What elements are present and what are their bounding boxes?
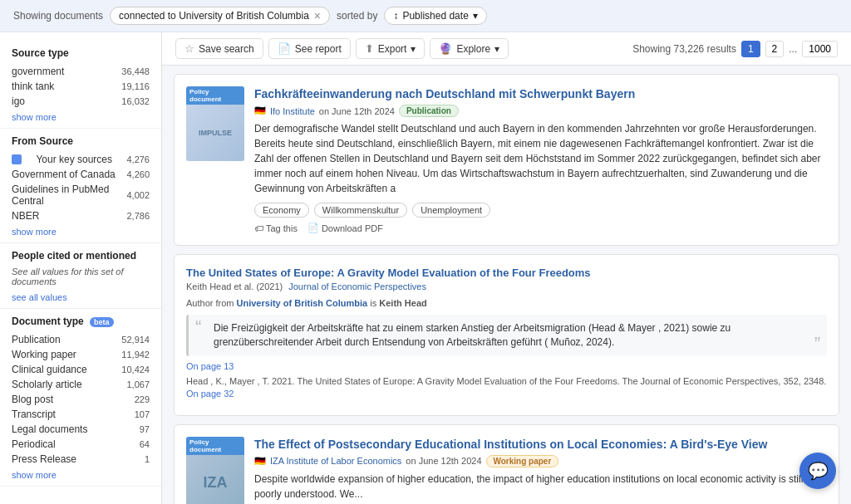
source-type-government-label[interactable]: government xyxy=(12,66,64,77)
date-1: on June 12th 2024 xyxy=(319,106,395,116)
doc-type-show-more[interactable]: show more xyxy=(12,470,57,480)
result-card-3: Policy document IZA The Effect of Postse… xyxy=(174,424,839,504)
from-source-pubmed-label[interactable]: Guidelines in PubMed Central xyxy=(12,183,126,207)
download-pdf-1[interactable]: 📄 Download PDF xyxy=(307,223,383,233)
page-last-button[interactable]: 1000 xyxy=(802,41,838,57)
doc-type-periodical[interactable]: Periodical 64 xyxy=(12,437,150,452)
thumb-image-1: IMPULSE xyxy=(186,105,244,161)
tag-economy[interactable]: Economy xyxy=(254,203,309,218)
from-source-pubmed-count: 4,002 xyxy=(126,190,150,200)
quote-block-2: Die Freizügigkeit der Arbeitskräfte hat … xyxy=(186,315,827,356)
page-ref-2b[interactable]: On page 32 xyxy=(186,389,827,399)
filter-chip-close[interactable]: × xyxy=(314,10,321,22)
result-main-3: The Effect of Postsecondary Educational … xyxy=(254,437,827,504)
sidebar-section-doc-type: Document type beta Publication 52,914 Wo… xyxy=(0,309,161,487)
source-1[interactable]: Ifo Institute xyxy=(270,106,315,116)
source-type-show-more[interactable]: show more xyxy=(12,112,57,122)
doc-type-title: Document type beta xyxy=(12,316,150,327)
save-search-button[interactable]: ☆ Save search xyxy=(175,38,263,59)
affil-uni-2: University of British Columbia xyxy=(237,298,368,308)
from-source-pubmed[interactable]: Guidelines in PubMed Central 4,002 xyxy=(12,182,150,208)
from-source-key-label[interactable]: Your key sources xyxy=(36,154,112,165)
explore-chevron: ▾ xyxy=(494,43,499,55)
sidebar-section-people: People cited or mentioned See all values… xyxy=(0,243,161,309)
explore-button[interactable]: 🔮 Explore ▾ xyxy=(430,38,509,59)
source-type-thinktank-count: 19,116 xyxy=(121,81,150,91)
tag-icon-1: 🏷 xyxy=(254,223,263,233)
toolbar: ☆ Save search 📄 See report ⬆ Export ▾ 🔮 … xyxy=(162,32,851,66)
thumb-doc-type-1: Policy document xyxy=(186,86,244,105)
from-source-nber[interactable]: NBER 2,786 xyxy=(12,208,150,223)
result-title-1[interactable]: Fachkräfteeinwanderung nach Deutschland … xyxy=(254,86,827,101)
explore-icon: 🔮 xyxy=(439,42,452,55)
result-title-3[interactable]: The Effect of Postsecondary Educational … xyxy=(254,437,827,452)
results-list: Policy document IMPULSE Fachkräfteeinwan… xyxy=(162,66,851,504)
sidebar-section-source-type: Source type government 36,448 think tank… xyxy=(0,41,161,129)
source-type-igo-label[interactable]: igo xyxy=(12,95,25,107)
chat-bubble[interactable]: 💬 xyxy=(799,453,836,489)
from-source-canada[interactable]: Government of Canada 4,260 xyxy=(12,167,150,182)
from-source-canada-label[interactable]: Government of Canada xyxy=(12,169,116,180)
page-2-button[interactable]: 2 xyxy=(765,41,785,57)
result-card-1: Policy document IMPULSE Fachkräfteeinwan… xyxy=(174,74,839,246)
sidebar-section-from-source: From Source Your key sources 4,276 Gover… xyxy=(0,129,161,243)
filter-chip-text: connected to University of British Colum… xyxy=(119,10,309,22)
tag-this-1[interactable]: 🏷 Tag this xyxy=(254,223,298,233)
export-icon: ⬆ xyxy=(365,42,374,55)
content-area: ☆ Save search 📄 See report ⬆ Export ▾ 🔮 … xyxy=(162,32,851,504)
top-bar: Showing documents connected to Universit… xyxy=(0,0,851,32)
from-source-show-more[interactable]: show more xyxy=(12,227,57,237)
from-source-nber-count: 2,786 xyxy=(126,211,150,221)
sorted-by-label: sorted by xyxy=(337,10,377,22)
source-3[interactable]: IZA Institute of Labor Economics xyxy=(270,456,401,466)
sort-option: Published date xyxy=(402,10,468,22)
source-type-thinktank-label[interactable]: think tank xyxy=(12,81,54,92)
see-report-button[interactable]: 📄 See report xyxy=(268,38,351,59)
citation-title-2[interactable]: The United States of Europe: A Gravity M… xyxy=(186,267,827,279)
affil-person-2: Keith Head xyxy=(379,298,426,308)
source-type-igo[interactable]: igo 16,032 xyxy=(12,94,150,109)
showing-info: Showing 73,226 results 1 2 ... 1000 xyxy=(632,41,838,57)
from-source-key-count: 4,276 xyxy=(126,154,150,164)
doc-type-legal[interactable]: Legal documents 97 xyxy=(12,422,150,437)
page-ref-2a[interactable]: On page 13 xyxy=(186,361,827,371)
result-abstract-1: Der demografische Wandel stellt Deutschl… xyxy=(254,121,827,196)
doc-type-blog[interactable]: Blog post 229 xyxy=(12,392,150,407)
key-sources-icon xyxy=(12,154,22,164)
source-type-government[interactable]: government 36,448 xyxy=(12,64,150,79)
wp-badge-3: Working paper xyxy=(486,455,559,467)
source-type-thinktank[interactable]: think tank 19,116 xyxy=(12,79,150,94)
result-actions-1: 🏷 Tag this 📄 Download PDF xyxy=(254,223,827,233)
export-chevron: ▾ xyxy=(411,43,416,55)
tag-willkommenskultur[interactable]: Willkommenskultur xyxy=(314,203,407,218)
sort-chip[interactable]: ↕ Published date ▾ xyxy=(384,7,486,25)
affil-label-2: Author from xyxy=(186,298,237,308)
doc-type-scholarly[interactable]: Scholarly article 1,067 xyxy=(12,377,150,392)
flag-3: 🇩🇪 xyxy=(254,456,266,467)
people-desc: See all values for this set of documents xyxy=(12,267,150,286)
export-button[interactable]: ⬆ Export ▾ xyxy=(356,38,426,59)
from-source-nber-label[interactable]: NBER xyxy=(12,210,39,222)
beta-badge: beta xyxy=(90,317,114,327)
doc-type-publication[interactable]: Publication 52,914 xyxy=(12,332,150,347)
people-see-all[interactable]: see all values xyxy=(12,292,67,302)
source-type-government-count: 36,448 xyxy=(121,66,150,76)
source-type-title: Source type xyxy=(12,47,150,59)
doc-type-working-paper[interactable]: Working paper 11,942 xyxy=(12,347,150,362)
doc-type-transcript[interactable]: Transcript 107 xyxy=(12,407,150,422)
result-main-1: Fachkräfteeinwanderung nach Deutschland … xyxy=(254,86,827,233)
citation-authors-2: Keith Head et al. (2021) xyxy=(186,281,283,291)
doc-type-press-release[interactable]: Press Release 1 xyxy=(12,452,150,467)
citation-journal-2[interactable]: Journal of Economic Perspectives xyxy=(288,281,426,291)
result-abstract-3: Despite worldwide expansion of higher ed… xyxy=(254,472,827,502)
tag-unemployment[interactable]: Unemployment xyxy=(412,203,490,218)
page-1-button[interactable]: 1 xyxy=(741,41,760,57)
pub-badge-1: Publication xyxy=(399,105,459,117)
main-layout: Source type government 36,448 think tank… xyxy=(0,32,851,504)
citation-affiliation-2: Author from University of British Columb… xyxy=(186,298,827,308)
doc-type-clinical-guidance[interactable]: Clinical guidance 10,424 xyxy=(12,362,150,377)
thumb-image-3: IZA xyxy=(186,455,244,504)
flag-1: 🇩🇪 xyxy=(254,105,266,116)
filter-chip-university[interactable]: connected to University of British Colum… xyxy=(110,7,330,25)
from-source-key-sources[interactable]: Your key sources 4,276 xyxy=(12,152,150,167)
